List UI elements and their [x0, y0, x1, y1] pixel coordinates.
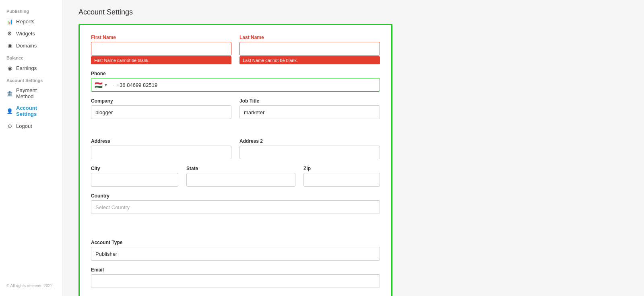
sidebar-item-label: Reports: [16, 18, 35, 25]
address2-input[interactable]: [239, 146, 380, 159]
first-name-label: First Name: [91, 35, 231, 40]
sidebar-item-widgets[interactable]: ⚙ Widgets: [0, 27, 62, 39]
spacer-5: [91, 233, 380, 240]
address-row: Address Address 2: [91, 138, 380, 159]
phone-flag[interactable]: 🇭🇺 ▼: [95, 81, 108, 89]
logout-icon: ⊙: [6, 123, 13, 129]
reports-icon: 📊: [6, 18, 13, 25]
city-state-zip-row: City State Zip: [91, 166, 380, 187]
phone-separator: ·: [113, 82, 114, 88]
zip-input[interactable]: [303, 173, 380, 187]
sidebar-item-label: Widgets: [16, 31, 35, 37]
city-label: City: [91, 166, 178, 171]
account-type-row: Account Type: [91, 240, 380, 261]
page-title: Account Settings: [78, 8, 628, 16]
sidebar-item-label: Domains: [16, 43, 37, 49]
address2-label: Address 2: [239, 138, 380, 144]
spacer-1: [91, 125, 380, 132]
company-label: Company: [91, 98, 231, 104]
job-title-input[interactable]: [239, 105, 380, 119]
first-name-input[interactable]: [91, 42, 231, 56]
sidebar-item-domains[interactable]: ◉ Domains: [0, 39, 62, 51]
account-type-label: Account Type: [91, 240, 380, 245]
sidebar-item-account-settings[interactable]: 👤 Account Settings: [0, 102, 62, 120]
company-input[interactable]: [91, 105, 231, 119]
email-input[interactable]: [91, 274, 380, 288]
company-group: Company: [91, 98, 231, 119]
phone-input-wrapper[interactable]: 🇭🇺 ▼ ·: [91, 78, 380, 92]
zip-label: Zip: [303, 166, 380, 171]
sidebar-item-label: Logout: [16, 123, 32, 129]
main-content: Account Settings First Name First Name c…: [62, 0, 644, 296]
first-name-group: First Name First Name cannot be blank.: [91, 35, 231, 64]
sidebar: Publishing 📊 Reports ⚙ Widgets ◉ Domains…: [0, 0, 62, 296]
phone-dropdown-arrow: ▼: [104, 83, 108, 87]
zip-group: Zip: [303, 166, 380, 187]
sidebar-item-reports[interactable]: 📊 Reports: [0, 15, 62, 27]
job-title-label: Job Title: [239, 98, 380, 104]
email-row: Email: [91, 267, 380, 288]
state-label: State: [186, 166, 295, 171]
country-group: Country Select Country: [91, 193, 380, 214]
account-type-group: Account Type: [91, 240, 380, 261]
address-input[interactable]: [91, 146, 231, 159]
email-group: Email: [91, 267, 380, 288]
spacer-3: [91, 220, 380, 227]
sidebar-item-label: Account Settings: [16, 105, 56, 117]
spacer-2: [91, 132, 380, 138]
sidebar-item-logout[interactable]: ⊙ Logout: [0, 120, 62, 132]
spacer-4: [91, 227, 380, 233]
last-name-input[interactable]: [239, 42, 380, 56]
state-input[interactable]: [186, 173, 295, 187]
city-group: City: [91, 166, 178, 187]
sidebar-section-balance: Balance: [0, 51, 62, 62]
sidebar-item-label: Payment Method: [16, 87, 56, 99]
payment-method-icon: 🏦: [6, 90, 13, 97]
name-row: First Name First Name cannot be blank. L…: [91, 35, 380, 64]
sidebar-section-account-settings: Account Settings: [0, 74, 62, 84]
address2-group: Address 2: [239, 138, 380, 159]
first-name-error: First Name cannot be blank.: [91, 56, 231, 64]
last-name-error: Last Name cannot be blank.: [239, 56, 380, 64]
sidebar-footer: © All rights reserved 2022: [0, 280, 62, 291]
city-input[interactable]: [91, 173, 178, 187]
country-row: Country Select Country: [91, 193, 380, 214]
address-label: Address: [91, 138, 231, 144]
phone-input[interactable]: [117, 82, 376, 88]
last-name-label: Last Name: [239, 35, 380, 40]
phone-row: Phone 🇭🇺 ▼ ·: [91, 71, 380, 92]
domains-icon: ◉: [6, 42, 13, 49]
sidebar-item-earnings[interactable]: ◉ Earnings: [0, 62, 62, 74]
state-group: State: [186, 166, 295, 187]
country-select[interactable]: Select Country: [91, 200, 380, 214]
email-label: Email: [91, 267, 380, 273]
earnings-icon: ◉: [6, 65, 13, 71]
job-title-group: Job Title: [239, 98, 380, 119]
address-group: Address: [91, 138, 231, 159]
phone-group: Phone 🇭🇺 ▼ ·: [91, 71, 380, 92]
company-job-row: Company Job Title: [91, 98, 380, 119]
phone-label: Phone: [91, 71, 380, 76]
widgets-icon: ⚙: [6, 30, 13, 37]
sidebar-section-publishing: Publishing: [0, 5, 62, 15]
last-name-group: Last Name Last Name cannot be blank.: [239, 35, 380, 64]
account-type-input[interactable]: [91, 247, 380, 261]
account-settings-form: First Name First Name cannot be blank. L…: [78, 24, 392, 296]
flag-emoji: 🇭🇺: [95, 81, 103, 89]
sidebar-item-payment-method[interactable]: 🏦 Payment Method: [0, 84, 62, 102]
country-label: Country: [91, 193, 380, 199]
sidebar-item-label: Earnings: [16, 65, 37, 71]
account-settings-icon: 👤: [6, 108, 13, 114]
